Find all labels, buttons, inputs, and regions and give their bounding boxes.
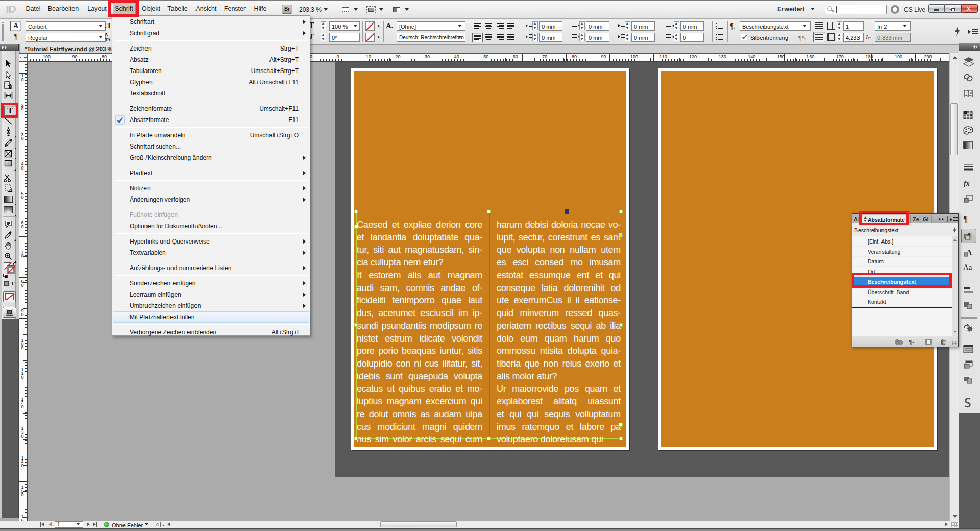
svg-text:Aa: Aa <box>963 263 972 271</box>
svg-text:fx: fx <box>964 180 970 187</box>
svg-text:¶: ¶ <box>963 214 968 223</box>
